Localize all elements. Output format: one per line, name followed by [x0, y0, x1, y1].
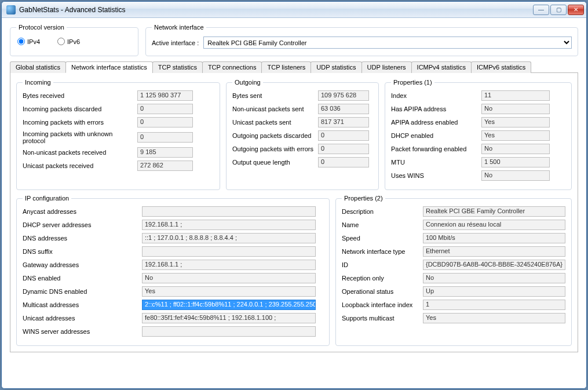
tab-bar: Global statistics Network interface stat…: [10, 61, 578, 73]
tab-icmpv6[interactable]: ICMPv6 statistics: [471, 61, 531, 73]
queue-len-value: 0: [318, 157, 369, 167]
in-discarded-label: Incoming packets discarded: [23, 105, 134, 112]
p2-desc-label: Description: [342, 208, 419, 215]
tab-tcp-stats[interactable]: TCP statistics: [152, 61, 203, 73]
dnsen-label: DNS enabled: [23, 275, 138, 282]
ipv4-text: IPv4: [27, 38, 40, 45]
in-errors-label: Incoming packets with errors: [23, 119, 134, 126]
p1-apipa-label: Has APIPA address: [391, 105, 478, 112]
bytes-sent-label: Bytes sent: [232, 92, 315, 99]
bytes-sent-value: 109 975 628: [318, 90, 369, 101]
tab-udp-stats[interactable]: UDP statistics: [311, 61, 361, 73]
props2-legend: Properties (2): [342, 195, 385, 202]
dns-value: ::1 ; 127.0.0.1 ; 8.8.8.8 ; 8.8.4.4 ;: [142, 233, 316, 243]
p1-pfwd-label: Packet forwarding enabled: [391, 145, 478, 152]
in-discarded-value: 0: [137, 104, 193, 114]
dnssfx-label: DNS suffix: [23, 248, 138, 255]
properties2-group: Properties (2) DescriptionRealtek PCI GB…: [335, 195, 572, 346]
dhcpsrv-value: 192.168.1.1 ;: [142, 220, 316, 230]
dyndns-label: Dynamic DNS enabled: [23, 288, 138, 295]
anycast-value: [142, 206, 316, 217]
protocol-legend: Protocol version: [16, 24, 67, 31]
p1-apipa-value: No: [481, 104, 550, 114]
tab-nic-stats[interactable]: Network interface statistics: [65, 61, 153, 73]
tab-tcp-conn[interactable]: TCP connections: [202, 61, 262, 73]
anycast-label: Anycast addresses: [23, 208, 138, 215]
p1-mtu-value: 1 500: [481, 157, 550, 167]
out-discarded-label: Outgoing packets discarded: [232, 132, 315, 139]
outgoing-group: Outgoing Bytes sent109 975 628 Non-unica…: [226, 79, 379, 190]
p2-multi-label: Supports multicast: [342, 315, 419, 322]
p2-name-label: Name: [342, 221, 419, 228]
close-button[interactable]: ✕: [568, 5, 584, 15]
winssrv-value: [142, 326, 316, 337]
p2-rxonly-value: No: [423, 273, 565, 283]
in-errors-value: 0: [137, 117, 193, 127]
dnssfx-value: [142, 246, 316, 257]
nonuni-recv-label: Non-unicast packets received: [23, 149, 134, 156]
window-title: GabNetStats - Advanced Statistics: [19, 6, 533, 14]
gw-value: 192.168.1.1 ;: [142, 260, 316, 270]
tab-global-stats[interactable]: Global statistics: [10, 61, 66, 73]
unicast-value: fe80::35f1:fef:494c:59b8%11 ; 192.168.1.…: [142, 313, 316, 323]
p2-id-label: ID: [342, 261, 419, 268]
nonuni-recv-value: 9 185: [137, 147, 193, 158]
titlebar[interactable]: GabNetStats - Advanced Statistics — ▢ ✕: [2, 2, 586, 18]
out-errors-label: Outgoing packets with errors: [232, 145, 315, 152]
p2-speed-value: 100 Mbit/s: [423, 233, 565, 243]
maximize-button[interactable]: ▢: [550, 5, 567, 15]
tab-tcp-listeners[interactable]: TCP listeners: [261, 61, 311, 73]
network-interface-group: Network interface Active interface : Rea…: [145, 24, 578, 56]
mcast-label: Multicast addresses: [23, 301, 138, 308]
ipv4-radio-label[interactable]: IPv4: [17, 38, 40, 45]
window-buttons: — ▢ ✕: [533, 5, 584, 15]
tab-udp-listeners[interactable]: UDP listeners: [361, 61, 412, 73]
dns-label: DNS addresses: [23, 235, 138, 242]
ipconfig-group: IP configuration Anycast addresses DHCP …: [16, 195, 330, 346]
incoming-group: Incoming Bytes received1 125 980 377 Inc…: [16, 79, 220, 190]
tab-content: Incoming Bytes received1 125 980 377 Inc…: [10, 73, 578, 352]
ipv4-radio[interactable]: [17, 38, 25, 45]
outgoing-legend: Outgoing: [232, 79, 263, 86]
minimize-button[interactable]: —: [533, 5, 549, 15]
p2-iftype-value: Ethernet: [423, 246, 565, 257]
p2-opstat-label: Operational status: [342, 288, 419, 295]
p1-pfwd-value: No: [481, 144, 550, 154]
p2-loop-label: Loopback interface index: [342, 301, 419, 308]
uni-recv-value: 272 862: [137, 161, 193, 171]
p2-rxonly-label: Reception only: [342, 275, 419, 282]
p1-dhcp-label: DHCP enabled: [391, 132, 478, 139]
p1-index-value: 11: [481, 90, 550, 101]
iface-legend: Network interface: [152, 24, 206, 31]
p1-wins-value: No: [481, 170, 550, 181]
gw-label: Gateway addresses: [23, 261, 138, 268]
p1-wins-label: Uses WINS: [391, 172, 478, 179]
active-interface-select[interactable]: Realtek PCI GBE Family Controller: [203, 37, 572, 49]
tab-icmpv4[interactable]: ICMPv4 statistics: [411, 61, 472, 73]
props1-legend: Properties (1): [391, 79, 434, 86]
client-area: Protocol version IPv4 IPv6 Network inter…: [2, 18, 586, 388]
unicast-label: Unicast addresses: [23, 315, 138, 322]
p2-desc-value: Realtek PCI GBE Family Controller: [423, 206, 565, 217]
ipconf-legend: IP configuration: [23, 195, 71, 202]
p2-name-value: Connexion au réseau local: [423, 220, 565, 230]
dyndns-value: Yes: [142, 286, 316, 297]
app-window: GabNetStats - Advanced Statistics — ▢ ✕ …: [1, 1, 587, 389]
nonuni-sent-value: 63 036: [318, 104, 369, 114]
uni-sent-label: Unicast packets sent: [232, 119, 315, 126]
in-unknown-value: 0: [137, 132, 193, 143]
p2-multi-value: Yes: [423, 313, 565, 323]
p1-mtu-label: MTU: [391, 159, 478, 166]
p1-apipaen-label: APIPA address enabled: [391, 119, 478, 126]
ipv6-radio-label[interactable]: IPv6: [57, 38, 80, 45]
p2-loop-value: 1: [423, 300, 565, 310]
out-discarded-value: 0: [318, 130, 369, 141]
p2-id-value: {DCBD907B-6A8B-40C8-BB8E-3245240E876A}: [423, 260, 565, 270]
ipv6-text: IPv6: [67, 38, 80, 45]
p1-apipaen-value: Yes: [481, 117, 550, 127]
ipv6-radio[interactable]: [57, 38, 65, 45]
dhcpsrv-label: DHCP server addresses: [23, 221, 138, 228]
properties1-group: Properties (1) Index11 Has APIPA address…: [385, 79, 572, 190]
mcast-value[interactable]: 2::c%11 ; ff02::1:ff4c:59b8%11 ; 224.0.0…: [142, 300, 316, 310]
p2-opstat-value: Up: [423, 286, 565, 297]
